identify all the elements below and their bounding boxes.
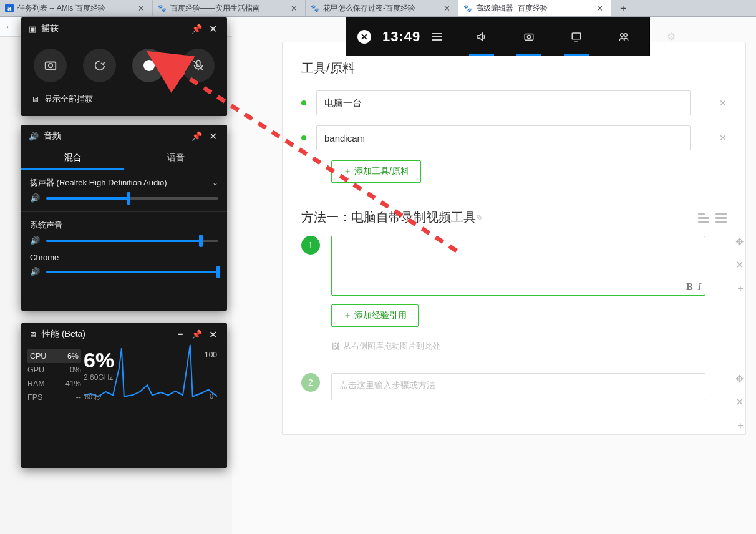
show-all-captures-link[interactable]: 显示全部捕获 [44,94,93,105]
pin-icon[interactable]: 📌 [188,21,205,37]
bulleted-list-icon[interactable] [715,213,727,222]
fps-label: FPS [27,391,42,404]
perf-ram-row[interactable]: RAM 41% [27,377,81,391]
favicon-amis: a [5,4,14,12]
gpu-label: GPU [27,363,44,377]
ingredient-row-2: ✕ [301,125,727,150]
tools-section-title: 工具/原料 [301,60,727,77]
svg-rect-2 [573,33,581,39]
settings-icon[interactable]: ⚙ [656,18,686,56]
new-tab-button[interactable]: ＋ [611,0,635,16]
move-icon[interactable]: ✥ [735,373,745,385]
browser-tab-4[interactable]: 🐾 高级编辑器_百度经验 ✕ [458,0,611,16]
bold-button[interactable]: B [686,281,693,293]
bullet-icon [301,135,306,140]
favicon-baidu: 🐾 [158,4,167,12]
step-placeholder: 点击这里输入步骤或方法 [339,380,435,390]
gamebar-clock: 13:49 [382,29,420,45]
capture-widget-icon[interactable] [514,18,544,56]
tools-section-text: 工具/原料 [301,60,355,77]
add-tool-button[interactable]: ＋ 添加工具/原料 [331,160,421,183]
step-textarea-1[interactable]: B I [331,236,705,296]
master-volume-slider[interactable] [46,197,218,200]
chrome-sound-label: Chrome [30,253,218,262]
add-icon[interactable]: ＋ [735,282,745,295]
add-icon[interactable]: ＋ [735,419,745,432]
graph-xlabel: 60 秒 [85,392,101,402]
step-row-2: 2 点击这里输入步骤或方法 ✥ ✕ ＋ [301,373,727,400]
speaker-icon[interactable]: 🔊 [30,267,40,276]
drag-hint-text: 从右侧图库拖动图片到此处 [343,341,440,352]
system-sound-label: 系统声音 [30,220,218,231]
mic-toggle-button[interactable] [182,49,215,82]
tab-label: 百度经验——实用生活指南 [170,3,288,14]
gpu-value: 0% [70,363,81,377]
widgets-menu-icon[interactable] [432,33,442,41]
tab-close-icon[interactable]: ✕ [594,4,606,13]
ram-value: 41% [65,377,81,391]
delete-icon[interactable]: ✕ [719,98,727,108]
step-textarea-2[interactable]: 点击这里输入步骤或方法 [331,373,705,400]
cpu-value: 6% [67,349,79,363]
fps-value: -- [76,391,81,404]
performance-widget-icon[interactable] [561,18,591,56]
svg-point-3 [621,33,624,36]
add-reference-button[interactable]: ＋ 添加经验引用 [331,304,419,327]
audio-tab-voice[interactable]: 语音 [124,147,227,170]
svg-point-6 [48,64,52,67]
italic-button[interactable]: I [698,281,701,293]
svg-point-4 [624,33,628,36]
speaker-icon[interactable]: 🔊 [30,193,40,203]
perf-fps-row[interactable]: FPS -- [27,391,81,404]
remove-icon[interactable]: ✕ [735,259,745,271]
close-icon[interactable]: ✕ [205,128,221,144]
perf-gpu-row[interactable]: GPU 0% [27,363,81,377]
tab-close-icon[interactable]: ✕ [288,4,300,13]
start-record-button[interactable] [132,49,165,82]
remove-icon[interactable]: ✕ [735,396,745,408]
gamebar-toolbar: ✕ 13:49 ⚙ [346,17,650,56]
svg-point-1 [528,35,531,38]
ingredient-input-2[interactable] [316,125,691,150]
tab-label: 高级编辑器_百度经验 [476,3,594,14]
edit-icon[interactable]: ✎ [476,213,483,223]
close-icon[interactable]: ✕ [205,21,221,37]
browser-tab-1[interactable]: a 任务列表 -- AMis 百度经验 ✕ [0,0,153,16]
speaker-icon[interactable]: 🔊 [30,236,40,245]
screenshot-button[interactable] [34,49,67,82]
xbox-logo-icon[interactable]: ✕ [357,30,371,44]
audio-header-icon: 🔊 [29,132,39,141]
system-volume-slider[interactable] [46,240,218,242]
perf-header-icon: 🖥 [29,330,37,339]
step-number-2: 2 [301,373,320,392]
social-widget-icon[interactable] [609,18,639,56]
back-icon[interactable]: ← [5,22,14,32]
delete-icon[interactable]: ✕ [719,133,727,143]
tab-label: 任务列表 -- AMis 百度经验 [17,3,135,14]
audio-title: 音频 [44,130,188,142]
step-row-1: 1 B I ✥ ✕ ＋ [301,236,727,296]
browser-tab-2[interactable]: 🐾 百度经验——实用生活指南 ✕ [153,0,306,16]
audio-widget-icon[interactable] [467,18,497,56]
numbered-list-icon[interactable] [698,213,709,222]
capture-title: 捕获 [41,23,188,34]
chevron-down-icon[interactable]: ⌄ [212,178,218,187]
ingredient-input-1[interactable] [316,90,691,115]
move-icon[interactable]: ✥ [735,236,745,248]
cpu-graph: 60 秒 0 [84,328,218,402]
browser-tab-strip: a 任务列表 -- AMis 百度经验 ✕ 🐾 百度经验——实用生活指南 ✕ 🐾… [0,0,756,17]
perf-cpu-row[interactable]: CPU 6% [27,349,81,363]
chrome-volume-slider[interactable] [46,271,218,273]
performance-widget: 🖥 性能 (Beta) ≡ 📌 ✕ CPU 6% GPU 0% RAM 41% … [21,323,227,468]
tab-label: 花甲怎么保存过夜-百度经验 [323,3,441,14]
audio-tab-mix[interactable]: 混合 [21,147,124,170]
editor-page: 工具/原料 ✕ ✕ ＋ 添加工具/原料 方法一：电脑自带录制视频工具 ✎ 1 [232,17,756,534]
pin-icon[interactable]: 📌 [188,128,205,144]
tab-close-icon[interactable]: ✕ [135,4,147,13]
graph-ymin: 0 [210,392,213,402]
editor-sheet: 工具/原料 ✕ ✕ ＋ 添加工具/原料 方法一：电脑自带录制视频工具 ✎ 1 [282,42,746,435]
browser-tab-3[interactable]: 🐾 花甲怎么保存过夜-百度经验 ✕ [306,0,458,16]
record-last-button[interactable] [83,49,116,82]
method-title-text: 方法一：电脑自带录制视频工具 [301,209,476,226]
tab-close-icon[interactable]: ✕ [441,4,453,13]
